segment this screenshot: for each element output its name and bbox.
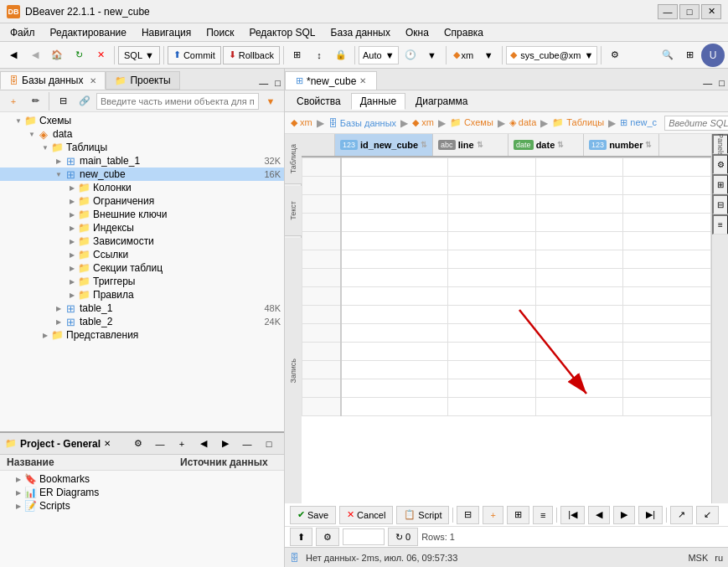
panel-toggle-4[interactable]: ⊟ [712,194,728,214]
list-item[interactable]: 📁 Триггеры [0,275,284,288]
list-item[interactable]: ⊞ table_1 48K [0,302,284,315]
panel-toggle-3[interactable]: ⊞ [712,174,728,194]
project-max[interactable]: □ [259,434,279,454]
col-header-number[interactable]: 123 number ⇅ [584,134,659,156]
xm2-breadcrumb[interactable]: ◆ xm [410,115,436,131]
menu-help[interactable]: Справка [437,25,490,40]
tables-breadcrumb[interactable]: 📁 Таблицы [550,115,607,131]
import-button[interactable]: ↙ [696,506,719,524]
menu-database[interactable]: База данных [324,25,397,40]
prev-page-button[interactable]: ◀ [588,506,610,524]
menu-edit[interactable]: Редактирование [44,25,133,40]
panel-toggle-1[interactable]: Panels [712,134,728,154]
sort-button[interactable]: ↕ [309,45,329,65]
table-row[interactable] [302,287,711,306]
list-item[interactable]: 📁 Секции таблиц [0,261,284,275]
col-header-id[interactable]: 123 id_new_cube ⇅ [335,134,433,156]
add-row-button[interactable]: + [483,506,503,524]
back-button[interactable]: ◀ [3,45,23,65]
stop-button[interactable]: ✕ [90,45,111,65]
list-item[interactable]: 📁 Зависимости [0,235,284,248]
last-page-button[interactable]: ▶| [638,506,663,524]
table-row[interactable] [302,250,711,269]
table-row[interactable] [302,379,711,398]
lock-button[interactable]: 🔒 [331,45,351,65]
schemas-breadcrumb[interactable]: 📁 Схемы [447,115,496,131]
delete-row-button[interactable]: ≡ [533,506,553,524]
data-breadcrumb[interactable]: ◈ data [507,115,539,131]
export-button[interactable]: ↗ [670,506,693,524]
new-connection-button[interactable]: + [3,91,23,111]
list-item[interactable]: 📁 Схемы [0,114,284,127]
close-button[interactable]: ✕ [701,4,721,19]
table-row[interactable] [302,361,711,379]
data-scroll-area[interactable]: 123 id_new_cube ⇅ abc line ⇅ date date ⇅ [302,134,711,503]
project-add[interactable]: + [172,434,192,454]
dropdown3[interactable]: ▼ [478,45,498,65]
list-item[interactable]: 📁 Индексы [0,221,284,235]
table-row[interactable] [302,343,711,361]
db-tab-close[interactable]: ✕ [90,76,96,85]
refresh-count-button[interactable]: ↻ 0 [388,528,418,546]
table-row[interactable] [302,195,711,214]
table-row[interactable] [302,398,711,416]
col-header-line[interactable]: abc line ⇅ [433,134,509,156]
script-button[interactable]: 📋 Script [396,506,449,524]
dropdown2[interactable]: ▼ [422,45,442,65]
row-limit-input[interactable]: 200 [343,528,385,545]
save-button[interactable]: ✔ Save [290,506,336,524]
list-item[interactable]: ⊞ new_cube 16K [0,168,284,181]
settings-button[interactable]: ⚙ [605,45,625,65]
tab-properties[interactable]: Свойства [288,94,349,109]
list-item[interactable]: 📊 ER Diagrams [0,486,284,499]
table-row[interactable] [302,177,711,195]
refresh-button[interactable]: ↻ [69,45,89,65]
table-row[interactable] [302,306,711,324]
panel-toggle-5[interactable]: ≡ [712,214,728,235]
menu-nav[interactable]: Навигация [135,25,198,40]
filter-rows-button[interactable]: ⊟ [457,506,479,524]
rollback-button[interactable]: ⬇ Rollback [223,46,280,64]
menu-windows[interactable]: Окна [399,25,436,40]
sql-mode-button[interactable]: SQL ▼ [118,46,160,64]
panel-min-button[interactable]: — [256,76,271,90]
list-item[interactable]: 🔖 Bookmarks [0,472,284,486]
project-nav-back[interactable]: ◀ [194,434,214,454]
menu-sql-editor[interactable]: Редактор SQL [242,25,322,40]
maximize-button[interactable]: □ [679,4,700,19]
sql-input[interactable] [664,116,728,131]
collapse-button[interactable]: ⊟ [53,91,73,111]
list-item[interactable]: 📝 Scripts [0,499,284,513]
minimize-button[interactable]: — [658,4,678,19]
edit-button[interactable]: ✏ [25,91,45,111]
tab-close[interactable]: ✕ [359,76,366,85]
project-close[interactable]: ✕ [104,439,111,448]
list-item[interactable]: 📁 Ссылки [0,248,284,261]
first-page-button[interactable]: |◀ [560,506,585,524]
menu-file[interactable]: Файл [3,25,42,40]
cancel-button[interactable]: ✕ Cancel [339,506,393,524]
table-row[interactable] [302,269,711,287]
list-item[interactable]: 📁 Таблицы [0,141,284,154]
list-item[interactable]: 📁 Колонки [0,181,284,194]
auto-dropdown[interactable]: Auto ▼ [359,46,399,64]
tab-projects[interactable]: 📁 Проекты [106,71,179,90]
commit-button[interactable]: ⬆ Commit [168,46,221,64]
table-row[interactable] [302,214,711,232]
avatar[interactable]: U [701,44,725,67]
menu-search[interactable]: Поиск [199,25,240,40]
filter-button[interactable]: ⊞ [287,45,307,65]
list-item[interactable]: 📁 Внешние ключи [0,208,284,221]
tab-data[interactable]: Данные [351,93,405,110]
project-settings[interactable]: ⚙ [128,434,148,454]
project-min[interactable]: — [237,434,257,454]
col-header-date[interactable]: date date ⇅ [509,134,584,156]
table-row[interactable] [302,232,711,250]
search-input[interactable] [96,93,259,110]
list-item[interactable]: 📁 Правила [0,288,284,302]
databases-breadcrumb[interactable]: 🗄 Базы данных [326,115,399,131]
link-button[interactable]: 🔗 [75,91,95,111]
list-item[interactable]: ⊞ main_table_1 32K [0,154,284,168]
search-toolbar-button[interactable]: 🔍 [658,45,678,65]
list-item[interactable]: ⊞ table_2 24K [0,315,284,328]
